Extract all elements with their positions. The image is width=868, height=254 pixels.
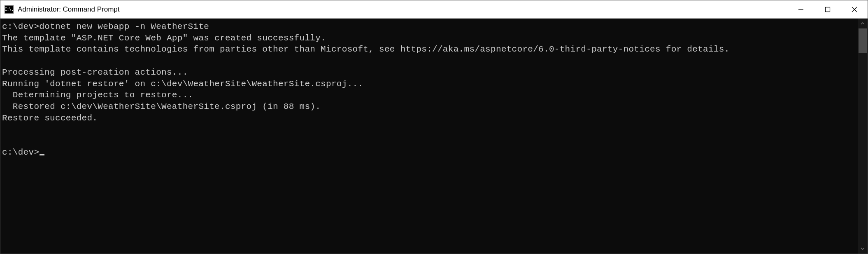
- output-line: Determining projects to restore...: [2, 90, 193, 100]
- close-button[interactable]: [841, 0, 868, 18]
- minimize-button[interactable]: [787, 0, 814, 18]
- svg-rect-1: [825, 7, 830, 12]
- scroll-down-arrow[interactable]: [858, 244, 868, 254]
- scroll-track[interactable]: [858, 28, 868, 244]
- output-line: Running 'dotnet restore' on c:\dev\Weath…: [2, 79, 363, 89]
- maximize-icon: [825, 7, 831, 12]
- chevron-down-icon: [861, 247, 865, 251]
- output-line: Restored c:\dev\WeatherSite\WeatherSite.…: [2, 102, 321, 111]
- chevron-up-icon: [861, 21, 865, 26]
- prompt: c:\dev>: [2, 148, 39, 157]
- output-line: Processing post-creation actions...: [2, 68, 188, 77]
- terminal-output[interactable]: c:\dev>dotnet new webapp -n WeatherSite …: [0, 19, 858, 254]
- vertical-scrollbar[interactable]: [858, 19, 868, 254]
- maximize-button[interactable]: [814, 0, 841, 18]
- window-controls: [787, 0, 868, 18]
- output-line: Restore succeeded.: [2, 113, 98, 123]
- output-line: The template "ASP.NET Core Web App" was …: [2, 33, 326, 43]
- terminal-container: c:\dev>dotnet new webapp -n WeatherSite …: [0, 19, 868, 254]
- command-input: dotnet new webapp -n WeatherSite: [39, 22, 209, 31]
- scroll-thumb[interactable]: [859, 28, 867, 53]
- output-line: This template contains technologies from…: [2, 45, 730, 54]
- cursor: [40, 154, 44, 155]
- close-icon: [852, 7, 857, 12]
- scroll-up-arrow[interactable]: [858, 19, 868, 28]
- app-icon: C:\.: [5, 5, 14, 14]
- window-title: Administrator: Command Prompt: [18, 5, 120, 14]
- prompt: c:\dev>: [2, 22, 39, 31]
- command-prompt-window: C:\. Administrator: Command Prompt c:\de…: [0, 0, 868, 254]
- titlebar[interactable]: C:\. Administrator: Command Prompt: [0, 0, 868, 19]
- minimize-icon: [798, 7, 804, 12]
